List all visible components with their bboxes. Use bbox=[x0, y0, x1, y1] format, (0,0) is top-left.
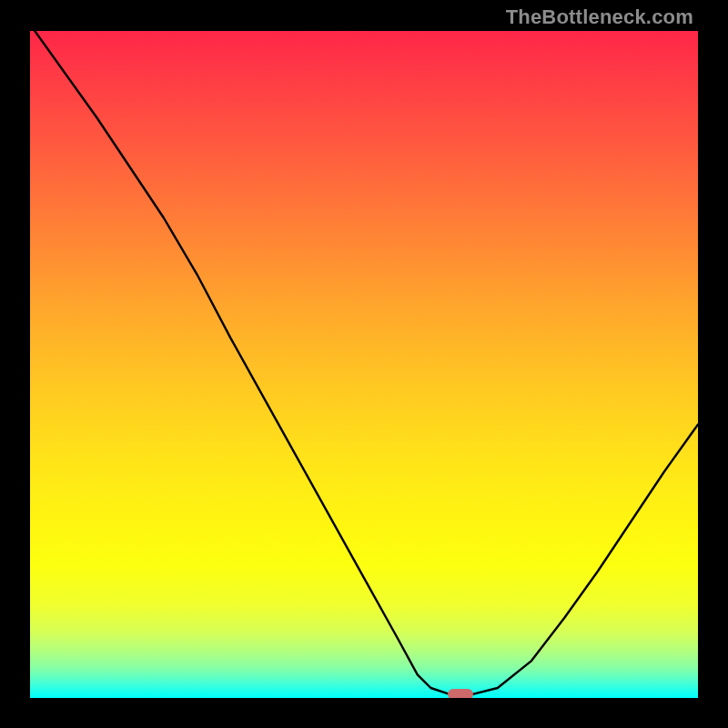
plot-area bbox=[30, 31, 698, 698]
chart-frame: TheBottleneck.com bbox=[0, 0, 728, 728]
optimal-marker bbox=[448, 689, 473, 698]
watermark-text: TheBottleneck.com bbox=[506, 5, 693, 29]
bottleneck-curve bbox=[30, 31, 698, 698]
